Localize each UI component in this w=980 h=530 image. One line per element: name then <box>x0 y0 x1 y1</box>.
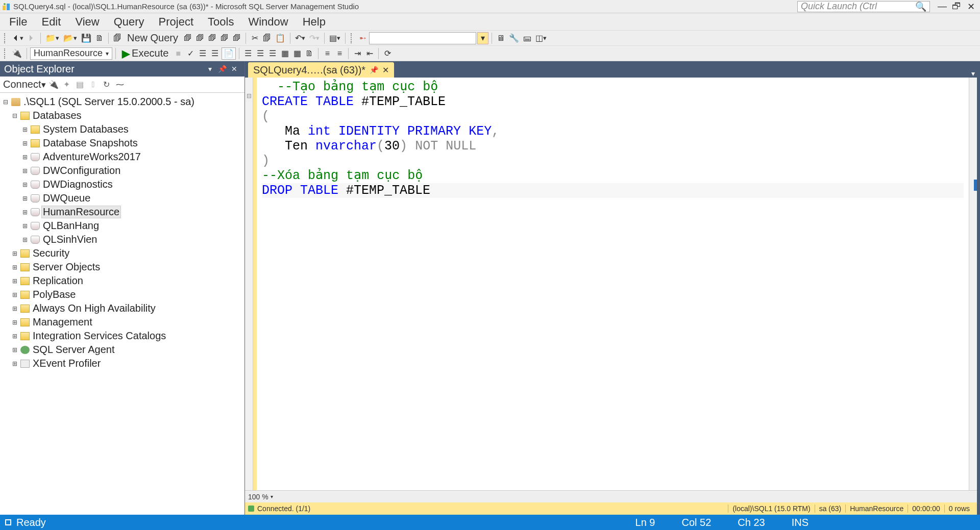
expand-icon[interactable]: ⊞ <box>21 222 29 230</box>
tab-close-button[interactable]: ✕ <box>382 65 389 75</box>
results-file-button[interactable]: 🗎 <box>304 47 315 60</box>
menu-help[interactable]: Help <box>296 13 333 31</box>
tree-node[interactable]: ⊞Security <box>1 246 243 260</box>
tree-node[interactable]: ⊞XEvent Profiler <box>1 357 243 370</box>
mdx-query-button[interactable]: 🗊 <box>194 32 206 44</box>
engine-query-button[interactable]: 🗊 <box>182 32 193 44</box>
node-label[interactable]: Server Objects <box>32 261 101 273</box>
panel-menu-button[interactable]: ▾ <box>204 65 216 73</box>
cancel-query-button[interactable]: ■ <box>173 47 184 60</box>
new-item-button[interactable]: 📁▾ <box>44 32 61 44</box>
menu-tools[interactable]: Tools <box>201 13 241 31</box>
menu-project[interactable]: Project <box>152 13 201 31</box>
outline-toggle[interactable] <box>245 107 253 122</box>
expand-icon[interactable]: ⊞ <box>11 319 18 326</box>
expand-icon[interactable]: ⊞ <box>21 236 29 243</box>
node-label[interactable]: Replication <box>32 275 84 287</box>
tree-node[interactable]: ⊞System Databases <box>1 122 243 136</box>
tree-node[interactable]: ⊞Always On High Availability <box>1 301 243 315</box>
disconnect-button[interactable]: 🔌 <box>48 79 59 90</box>
expand-icon[interactable]: ⊞ <box>11 277 18 285</box>
node-label[interactable]: DWQueue <box>42 192 91 204</box>
node-label[interactable]: DWConfiguration <box>42 165 121 176</box>
refresh-button[interactable]: ↻ <box>101 79 112 90</box>
outline-toggle[interactable] <box>245 166 253 181</box>
expand-icon[interactable]: ⊞ <box>11 333 18 340</box>
node-label[interactable]: Integration Services Catalogs <box>32 330 167 342</box>
object-tree[interactable]: ⊟.\SQL1 (SQL Server 15.0.2000.5 - sa)⊟Da… <box>0 93 244 515</box>
node-label[interactable]: System Databases <box>42 123 130 135</box>
specify-values-button[interactable]: ⟳ <box>382 47 393 60</box>
node-label[interactable]: Always On High Availability <box>32 302 157 314</box>
expand-icon[interactable]: ⊞ <box>21 154 29 161</box>
tree-node[interactable]: ⊟.\SQL1 (SQL Server 15.0.2000.5 - sa) <box>1 95 243 109</box>
tree-node[interactable]: ⊞SQL Server Agent <box>1 343 243 357</box>
node-label[interactable]: HumanResource <box>42 206 120 218</box>
toolbar-grip-2[interactable] <box>351 33 354 43</box>
find-combo[interactable] <box>369 32 476 44</box>
expand-icon[interactable]: ⊞ <box>21 126 29 133</box>
filter-caret[interactable]: 🝸 <box>88 79 99 90</box>
actual-plan-button[interactable]: ☰ <box>242 47 254 60</box>
expand-icon[interactable]: ⊞ <box>11 305 18 312</box>
undo-button[interactable]: ↶▾ <box>293 32 307 44</box>
other-query-button[interactable]: 🗊 <box>231 32 242 44</box>
tree-node[interactable]: ⊞HumanResource <box>1 205 243 219</box>
estimated-plan-button[interactable]: ☰ <box>197 47 208 60</box>
results-text-button[interactable]: ▦ <box>279 47 290 60</box>
expand-icon[interactable]: ⊞ <box>11 360 18 367</box>
menu-file[interactable]: File <box>2 13 34 31</box>
toolbox-button[interactable]: 🖴 <box>522 32 533 44</box>
dmx-query-button[interactable]: 🗊 <box>207 32 218 44</box>
menu-edit[interactable]: Edit <box>34 13 68 31</box>
outline-toggle[interactable] <box>245 181 253 196</box>
outline-toggle[interactable] <box>245 78 253 92</box>
pulse-icon[interactable]: ⁓ <box>114 79 126 90</box>
tree-node[interactable]: ⊞PolyBase <box>1 288 243 301</box>
close-button[interactable]: ✕ <box>964 1 978 12</box>
tree-node[interactable]: ⊞Management <box>1 315 243 329</box>
toolbar-grip[interactable] <box>4 33 7 43</box>
redo-button[interactable]: ↷▾ <box>308 32 321 44</box>
parse-button[interactable]: ✓ <box>185 47 196 60</box>
expand-icon[interactable]: ⊞ <box>21 140 29 147</box>
expand-icon[interactable]: ⊞ <box>21 195 29 202</box>
panel-close-button[interactable]: ✕ <box>228 65 240 73</box>
database-dropdown[interactable]: HumanResource ▾ <box>30 47 112 60</box>
xmla-query-button[interactable]: 🗊 <box>219 32 230 44</box>
tree-node[interactable]: ⊞Database Snapshots <box>1 136 243 150</box>
node-label[interactable]: Database Snapshots <box>42 137 139 149</box>
results-grid-button[interactable]: ▦ <box>291 47 303 60</box>
tree-node[interactable]: ⊞Replication <box>1 274 243 288</box>
outline-toggle[interactable] <box>245 152 253 166</box>
properties-button[interactable]: 🔧 <box>507 32 521 44</box>
uncomment-button[interactable]: ≡ <box>334 47 345 60</box>
client-stats-button[interactable]: ☰ <box>267 47 278 60</box>
expand-icon[interactable]: ⊞ <box>11 346 18 354</box>
document-tab[interactable]: SQLQuery4.….(sa (63))* 📌 ✕ <box>248 62 394 78</box>
open-item-button[interactable]: 📂▾ <box>62 32 79 44</box>
zoom-level[interactable]: 100 % <box>248 493 268 501</box>
expand-icon[interactable]: ⊞ <box>11 264 18 271</box>
stop-icon[interactable]: ✦ <box>61 79 72 90</box>
tree-node[interactable]: ⊟Databases <box>1 109 243 122</box>
new-query-button[interactable]: New Query <box>124 32 181 44</box>
tab-list-button[interactable]: ▾ <box>966 69 980 78</box>
node-label[interactable]: QLSinhVien <box>42 234 98 245</box>
expand-icon[interactable]: ⊟ <box>11 112 18 119</box>
minimize-button[interactable]: — <box>935 1 949 12</box>
tree-node[interactable]: ⊞AdventureWorks2017 <box>1 150 243 164</box>
panel-pin-button[interactable]: 📌 <box>216 65 228 73</box>
code-editor[interactable]: --Tạo bảng tạm cục bộCREATE TABLE #TEMP_… <box>257 78 969 490</box>
toolbar-grip-3[interactable] <box>4 48 7 59</box>
node-label[interactable]: AdventureWorks2017 <box>42 151 142 163</box>
find-caret[interactable]: ▾ <box>477 32 488 44</box>
save-button[interactable]: 💾 <box>80 32 93 44</box>
expand-icon[interactable]: ⊞ <box>11 291 18 298</box>
registered-servers-button[interactable]: 🖥 <box>495 32 506 44</box>
node-label[interactable]: Security <box>32 247 70 259</box>
tree-node[interactable]: ⊞DWQueue <box>1 191 243 205</box>
cut-button[interactable]: ✂ <box>249 32 260 44</box>
tree-node[interactable]: ⊞QLSinhVien <box>1 233 243 246</box>
live-stats-button[interactable]: ☰ <box>255 47 266 60</box>
